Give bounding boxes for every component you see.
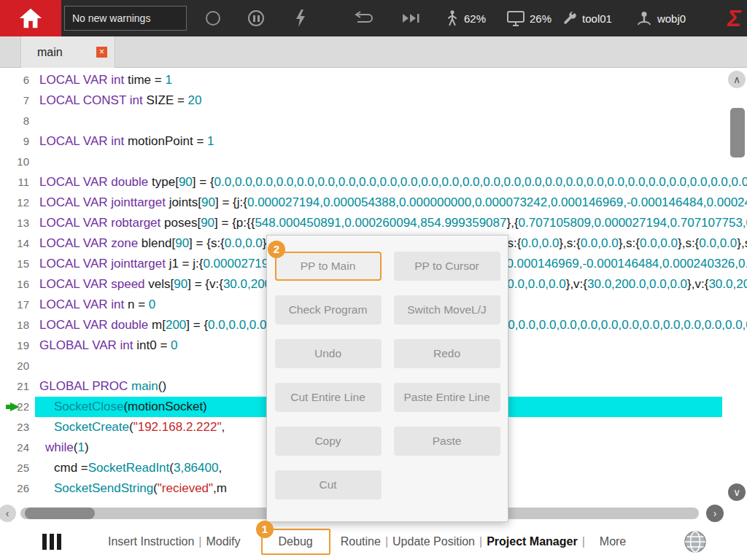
code-line-12[interactable]: 12LOCAL VAR jointtarget joints[90] = {j:…	[0, 192, 747, 213]
code-line-content: LOCAL VAR int n = 0	[39, 295, 155, 315]
menu-item-paste-entire-line[interactable]: Paste Entire Line	[394, 383, 500, 412]
toolbar-modify[interactable]: Modify	[206, 535, 240, 548]
line-number: 15	[0, 254, 34, 274]
line-number: 11	[0, 172, 34, 192]
monitor-percentage: 26%	[530, 12, 551, 25]
code-line-content: LOCAL VAR int time = 1	[39, 70, 172, 90]
workobject-joystick-icon[interactable]	[635, 9, 653, 27]
code-line-13[interactable]: 13LOCAL VAR robtarget poses[90] = {p:{{5…	[0, 213, 747, 233]
scroll-left-icon[interactable]: ‹	[0, 505, 16, 522]
annotation-badge-1: 1	[256, 521, 274, 538]
tool-wrench-icon[interactable]	[562, 10, 578, 26]
code-line-content: LOCAL CONST int SIZE = 20	[39, 90, 202, 111]
line-number: 6	[0, 70, 34, 90]
line-number: 9	[0, 131, 34, 152]
menu-item-pp-to-main[interactable]: PP to Main	[275, 252, 382, 281]
code-line-9[interactable]: 9LOCAL VAR int motionPoint = 1	[0, 131, 747, 152]
toolbar-project-manager[interactable]: Project Manager	[487, 535, 577, 548]
menu-item-pp-to-cursor[interactable]: PP to Cursor	[394, 252, 500, 281]
menu-item-copy[interactable]: Copy	[275, 427, 382, 456]
execution-pointer-icon	[10, 402, 20, 411]
pause-icon[interactable]	[248, 10, 264, 26]
tab-main[interactable]: main ×	[20, 36, 115, 68]
code-line-content: SocketClose(motionSocket)	[39, 397, 207, 417]
line-number: 21	[0, 376, 34, 397]
debug-menu-grid: PP to Main PP to Cursor Check Program Sw…	[267, 236, 508, 499]
line-number: 13	[0, 213, 34, 233]
toolbar-separator: |	[582, 535, 585, 548]
code-line-content: LOCAL VAR robtarget poses[90] = {p:{{548…	[39, 213, 747, 233]
toolbar-separator: |	[479, 535, 482, 548]
toolbar-more[interactable]: More	[600, 535, 626, 548]
home-menu-button[interactable]	[0, 0, 61, 36]
annotation-badge-2: 2	[268, 241, 285, 258]
line-number: 26	[0, 478, 34, 499]
bottom-toolbar: Insert Instruction | Modify Debug Routin…	[0, 524, 747, 560]
line-number: 14	[0, 233, 34, 254]
line-number: 17	[0, 295, 34, 315]
line-number: 19	[0, 335, 34, 356]
menu-item-paste[interactable]: Paste	[394, 427, 500, 456]
tab-close-icon[interactable]: ×	[96, 47, 107, 58]
menu-item-cut-entire-line[interactable]: Cut Entire Line	[275, 383, 382, 412]
code-line-content: LOCAL VAR double type[90] = {0.0,0.0,0.0…	[39, 172, 747, 192]
code-line-content: SocketCreate("192.168.2.222",	[39, 417, 225, 438]
code-line-11[interactable]: 11LOCAL VAR double type[90] = {0.0,0.0,0…	[0, 172, 747, 192]
status-message-box[interactable]: No new warnings	[64, 6, 187, 31]
line-number: 8	[0, 111, 34, 131]
continuous-run-icon[interactable]	[352, 11, 374, 26]
tab-strip: main ×	[0, 36, 747, 68]
line-number: 7	[0, 90, 34, 111]
code-line-10[interactable]: 10	[0, 152, 747, 172]
monitor-icon[interactable]	[506, 10, 525, 27]
code-line-content: cmd =SocketReadInt(3,86400,	[39, 458, 222, 478]
record-icon[interactable]	[206, 11, 220, 26]
active-tool-value: tool01	[582, 12, 612, 25]
toolbar-debug[interactable]: Debug	[279, 535, 313, 548]
active-wobj-value: wobj0	[657, 12, 686, 25]
code-line-content: GLOBAL PROC main()	[39, 376, 166, 397]
line-number: 25	[0, 458, 34, 478]
speed-person-icon[interactable]	[445, 9, 460, 28]
vertical-scrollbar-thumb[interactable]	[730, 108, 745, 158]
line-number: 24	[0, 438, 34, 458]
brand-logo: Σ	[727, 0, 741, 36]
code-line-7[interactable]: 7LOCAL CONST int SIZE = 20	[0, 90, 747, 111]
toolbar-separator: |	[198, 535, 201, 548]
scroll-up-icon[interactable]: ∧	[728, 71, 746, 88]
code-line-8[interactable]: 8	[0, 111, 747, 131]
scroll-down-icon[interactable]: ∨	[728, 483, 746, 501]
program-data-icon[interactable]	[42, 532, 64, 551]
code-line-content: LOCAL VAR int motionPoint = 1	[39, 131, 214, 152]
code-line-content: SocketSendString("recieved",m	[39, 478, 227, 499]
top-status-bar: No new warnings 62% 26% too	[0, 0, 747, 36]
scroll-right-icon[interactable]: ›	[706, 505, 724, 522]
toolbar-update-position[interactable]: Update Position	[392, 535, 475, 548]
line-number: 20	[0, 356, 34, 376]
menu-item-check-program[interactable]: Check Program	[275, 295, 382, 324]
motor-power-icon[interactable]	[295, 9, 306, 28]
tab-main-label: main	[37, 46, 63, 59]
toolbar-separator: |	[385, 535, 388, 548]
code-line-content: while(1)	[39, 438, 89, 458]
status-message: No new warnings	[72, 12, 150, 24]
debug-context-menu: PP to Main PP to Cursor Check Program Sw…	[266, 235, 508, 522]
toolbar-insert-instruction[interactable]: Insert Instruction	[108, 535, 194, 548]
menu-item-cut[interactable]: Cut	[275, 470, 382, 499]
toolbar-routine[interactable]: Routine	[341, 535, 381, 548]
line-number: 12	[0, 192, 34, 213]
line-number: 16	[0, 274, 34, 295]
line-number: 18	[0, 315, 34, 335]
line-number: 10	[0, 152, 34, 172]
code-line-6[interactable]: 6LOCAL VAR int time = 1	[0, 70, 747, 90]
language-globe-icon[interactable]	[683, 529, 708, 554]
menu-item-undo[interactable]: Undo	[275, 339, 382, 368]
menu-item-switch-movelj[interactable]: Switch MoveL/J	[394, 295, 500, 324]
speed-percentage: 62%	[464, 12, 486, 25]
horizontal-scrollbar-thumb[interactable]	[25, 508, 95, 519]
fast-forward-icon[interactable]	[400, 12, 422, 25]
home-icon	[17, 6, 44, 31]
menu-item-redo[interactable]: Redo	[394, 339, 500, 368]
code-line-content: LOCAL VAR jointtarget joints[90] = {j:{0…	[39, 192, 747, 213]
code-line-content: GLOBAL VAR int int0 = 0	[39, 335, 178, 356]
